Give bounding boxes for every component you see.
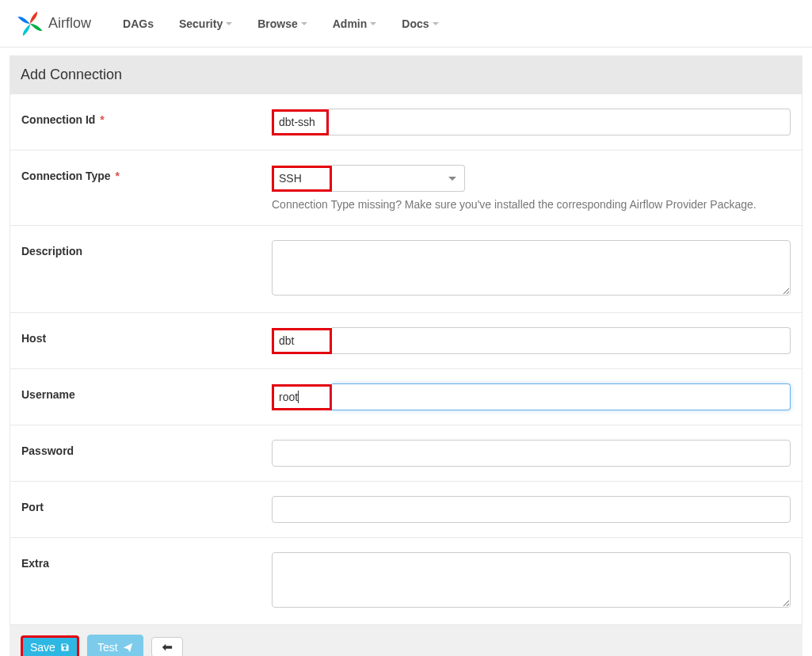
conn-type-select[interactable]: SSH	[272, 166, 332, 192]
nav-menu: DAGs Security Browse Admin Docs	[123, 17, 439, 30]
nav-label: Security	[179, 17, 223, 30]
label-username: Username	[21, 383, 272, 401]
required-marker: *	[112, 170, 120, 182]
label-extra: Extra	[21, 552, 272, 570]
brand-link[interactable]: Airflow	[16, 10, 91, 38]
label-description: Description	[21, 240, 272, 257]
chevron-down-icon	[448, 177, 456, 181]
username-value: root	[279, 391, 298, 403]
save-label: Save	[30, 641, 55, 654]
row-conn-type: Connection Type * SSH Connection Type mi…	[10, 151, 802, 226]
host-input[interactable]: dbt	[272, 328, 332, 354]
nav-label: Browse	[257, 17, 298, 30]
floppy-disk-icon	[60, 643, 70, 652]
row-conn-id: Connection Id * dbt-ssh	[10, 94, 802, 151]
row-extra: Extra	[10, 538, 802, 624]
paper-plane-icon	[123, 643, 133, 653]
conn-type-value: SSH	[279, 172, 302, 185]
nav-label: Docs	[402, 17, 429, 30]
username-input[interactable]: root	[272, 384, 332, 410]
conn-id-input[interactable]: dbt-ssh	[272, 109, 329, 135]
test-button[interactable]: Test	[87, 635, 143, 656]
label-conn-id: Connection Id *	[21, 109, 272, 126]
username-input-ext[interactable]	[332, 383, 791, 410]
arrow-left-icon	[162, 643, 173, 652]
nav-label: Admin	[333, 17, 368, 30]
form-actions: Save Test	[10, 625, 802, 656]
page-body: Add Connection Connection Id * dbt-ssh C…	[0, 48, 812, 656]
row-port: Port	[10, 482, 802, 538]
label-port: Port	[21, 496, 272, 513]
brand-name: Airflow	[48, 15, 91, 32]
nav-security[interactable]: Security	[179, 17, 232, 30]
label-password: Password	[21, 440, 272, 457]
conn-id-value: dbt-ssh	[279, 116, 315, 128]
host-value: dbt	[279, 334, 294, 347]
save-button[interactable]: Save	[21, 635, 79, 656]
conn-type-dropdown-toggle[interactable]	[332, 165, 465, 192]
nav-label: DAGs	[123, 17, 154, 30]
nav-docs[interactable]: Docs	[402, 17, 438, 30]
row-description: Description	[10, 226, 802, 313]
nav-dags[interactable]: DAGs	[123, 17, 154, 30]
nav-admin[interactable]: Admin	[333, 17, 377, 30]
conn-id-input-ext[interactable]	[329, 109, 791, 135]
conn-type-help: Connection Type missing? Make sure you'v…	[272, 198, 791, 211]
description-input[interactable]	[272, 240, 791, 296]
airflow-pinwheel-icon	[16, 10, 44, 38]
row-username: Username root	[10, 369, 802, 425]
row-host: Host dbt	[10, 313, 802, 369]
label-host: Host	[21, 327, 272, 345]
label-conn-type: Connection Type *	[21, 165, 272, 182]
chevron-down-icon	[301, 22, 307, 25]
add-connection-form: Connection Id * dbt-ssh Connection Type …	[10, 94, 802, 625]
extra-input[interactable]	[272, 552, 791, 608]
required-marker: *	[97, 113, 104, 126]
chevron-down-icon	[433, 22, 439, 25]
password-input[interactable]	[272, 440, 791, 467]
row-password: Password	[10, 425, 802, 482]
nav-browse[interactable]: Browse	[257, 17, 307, 30]
host-input-ext[interactable]	[332, 327, 791, 354]
page-title: Add Connection	[10, 55, 802, 94]
text-cursor-icon	[298, 391, 299, 403]
chevron-down-icon	[226, 22, 232, 25]
navbar: Airflow DAGs Security Browse Admin Docs	[0, 0, 812, 48]
chevron-down-icon	[370, 22, 376, 25]
back-button[interactable]	[151, 637, 183, 656]
test-label: Test	[97, 641, 118, 654]
port-input[interactable]	[272, 496, 791, 523]
